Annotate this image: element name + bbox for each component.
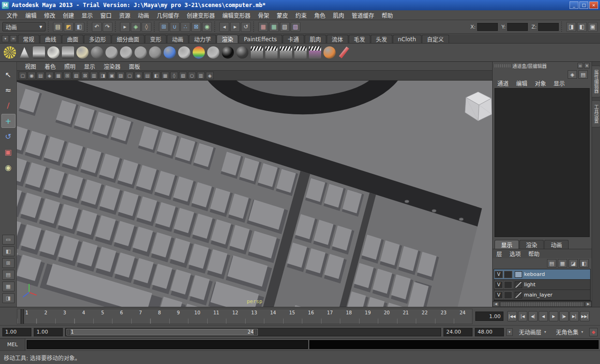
env-ball-icon[interactable]: [91, 46, 103, 59]
viewport-menu-4[interactable]: 渲染器: [99, 62, 125, 70]
shelf-tab-11[interactable]: 肌肉: [305, 35, 326, 43]
step-forward-frame-button[interactable]: |▶: [559, 311, 569, 321]
field-chart-icon[interactable]: ▨: [117, 72, 125, 79]
menu-set-dropdown[interactable]: 动画 ▾: [2, 22, 45, 31]
channel-box-menu-0[interactable]: 通道: [494, 79, 512, 87]
frame-tick-17[interactable]: 17: [327, 310, 333, 315]
layer-options-icon[interactable]: ▤: [547, 259, 556, 267]
layer-visibility-toggle[interactable]: V: [495, 281, 503, 289]
scroll-left-icon[interactable]: ◀: [493, 302, 499, 307]
frame-tick-11[interactable]: 11: [213, 310, 219, 315]
frame-tick-3[interactable]: 3: [63, 310, 66, 315]
save-scene-icon[interactable]: ◧: [75, 22, 84, 32]
layer-visibility-toggle[interactable]: V: [495, 291, 503, 299]
screen-space-ao-icon[interactable]: ○: [188, 72, 196, 79]
play-backwards-button[interactable]: ◀: [539, 311, 548, 321]
layer-color-chip[interactable]: [515, 282, 522, 288]
textured-mode-icon[interactable]: ▦: [161, 72, 169, 79]
frame-tick-10[interactable]: 10: [195, 310, 201, 315]
surface-shader-icon[interactable]: [222, 46, 234, 59]
channel-edit-mode-icon[interactable]: ▤: [578, 70, 588, 79]
snap-to-plane-icon[interactable]: ⊠: [191, 22, 201, 32]
shelf-tab-4[interactable]: 细分曲面: [112, 35, 144, 43]
universal-manipulator-tool[interactable]: ◉: [1, 160, 15, 174]
shading-map-icon[interactable]: [207, 46, 219, 59]
current-frame-field[interactable]: 1.00: [475, 312, 503, 321]
menu-item-6[interactable]: 资源: [115, 11, 134, 19]
shaded-mode-icon[interactable]: ◧: [152, 72, 160, 79]
grease-pencil-icon[interactable]: ▧: [72, 72, 80, 79]
render-current-shelf-icon[interactable]: [280, 46, 292, 59]
wireframe-mode-icon[interactable]: ▤: [143, 72, 151, 79]
input-connections-icon[interactable]: ◂: [219, 22, 229, 32]
frame-tick-12[interactable]: 12: [232, 310, 238, 315]
frame-tick-14[interactable]: 14: [270, 310, 276, 315]
frame-tick-24[interactable]: 24: [459, 310, 465, 315]
command-line-input[interactable]: [27, 340, 308, 349]
spot-light-icon[interactable]: [18, 46, 30, 59]
shelf-tab-2[interactable]: 曲面: [62, 35, 83, 43]
menu-item-2[interactable]: 修改: [40, 11, 59, 19]
menu-item-14[interactable]: 角色: [310, 11, 329, 19]
layer-type-box[interactable]: [504, 291, 512, 299]
shelf-tab-6[interactable]: 动画: [167, 35, 188, 43]
layer-editor-menu-0[interactable]: 层: [493, 250, 506, 258]
3d-scene-keyboard-model[interactable]: [17, 81, 492, 307]
volume-light-icon[interactable]: [76, 46, 89, 59]
shelf-tab-13[interactable]: 毛发: [349, 35, 370, 43]
frame-tick-6[interactable]: 6: [120, 310, 123, 315]
frame-tick-19[interactable]: 19: [365, 310, 371, 315]
layer-editor-menu-2[interactable]: 帮助: [525, 250, 543, 258]
shelf-tab-10[interactable]: 卡通: [283, 35, 304, 43]
shelf-tab-9[interactable]: PaintEffects: [239, 35, 282, 43]
outliner-persp-layout-button[interactable]: ▤: [2, 270, 15, 280]
y-coordinate-input[interactable]: [507, 23, 528, 31]
command-line-language-button[interactable]: MEL: [0, 339, 25, 350]
minimize-button[interactable]: _: [570, 1, 578, 9]
channel-box-menu-3[interactable]: 显示: [550, 79, 569, 87]
title-bar[interactable]: M Autodesk Maya 2013 - Trial Version: J:…: [0, 0, 600, 10]
layer-editor-tab-1[interactable]: 渲染: [519, 240, 544, 249]
layered-shader-icon[interactable]: [149, 46, 161, 59]
select-by-hierarchy-icon[interactable]: ▸: [120, 22, 130, 32]
shelf-tab-14[interactable]: 头发: [371, 35, 392, 43]
lambert-material-icon[interactable]: [135, 46, 147, 59]
menu-item-7[interactable]: 动画: [134, 11, 153, 19]
shelf-tab-12[interactable]: 流体: [327, 35, 348, 43]
safe-action-icon[interactable]: ▢: [126, 72, 134, 79]
construction-history-icon[interactable]: ↺: [241, 22, 251, 32]
panel-header[interactable]: 通道盒/层编辑器 ▫×: [493, 62, 592, 69]
paint-selection-tool[interactable]: /: [1, 98, 15, 112]
viewport-menu-0[interactable]: 视图: [21, 62, 40, 70]
move-tool[interactable]: +: [1, 114, 15, 128]
frame-tick-21[interactable]: 21: [403, 310, 409, 315]
frame-tick-1[interactable]: 1: [25, 310, 28, 315]
snap-to-grid-icon[interactable]: ⊞: [159, 22, 169, 32]
playback-start-field[interactable]: 1.00: [2, 328, 31, 336]
tool-settings-toggle-icon[interactable]: ◧: [577, 22, 587, 32]
move-layer-icon[interactable]: ▦: [558, 259, 567, 267]
directional-light-icon[interactable]: [33, 46, 45, 59]
channel-box-menu-2[interactable]: 对象: [531, 79, 550, 87]
render-current-frame-icon[interactable]: ▦: [258, 22, 268, 32]
layer-type-box[interactable]: [504, 281, 512, 289]
time-slider-ruler[interactable]: 123456789101112131415161718192021222324: [17, 309, 472, 324]
new-layer-from-selected-icon[interactable]: ◪: [569, 259, 578, 267]
x-coordinate-input[interactable]: [477, 23, 498, 31]
layer-color-chip[interactable]: [515, 271, 522, 278]
attribute-editor-toggle-icon[interactable]: ◨: [566, 22, 576, 32]
shelf-selector-button[interactable]: ▾: [2, 35, 9, 42]
select-camera-icon[interactable]: ▢: [19, 72, 27, 79]
ipr-render-icon[interactable]: ▦: [269, 22, 279, 32]
step-forward-key-button[interactable]: ▶|: [570, 311, 579, 321]
camera-attributes-icon[interactable]: ▤: [37, 72, 45, 79]
ambient-light-icon[interactable]: [47, 46, 60, 59]
menu-item-16[interactable]: 管道缓存: [348, 11, 378, 19]
blinn-material-icon[interactable]: [120, 46, 132, 59]
open-scene-icon[interactable]: ◩: [64, 22, 74, 32]
playback-options-button[interactable]: ▾: [506, 328, 513, 336]
shelf-tab-3[interactable]: 多边形: [84, 35, 111, 43]
layer-list-scrollbar[interactable]: ◀ ▶: [493, 301, 592, 307]
close-panel-button[interactable]: ×: [584, 63, 590, 68]
shelf-tab-7[interactable]: 动力学: [189, 35, 216, 43]
